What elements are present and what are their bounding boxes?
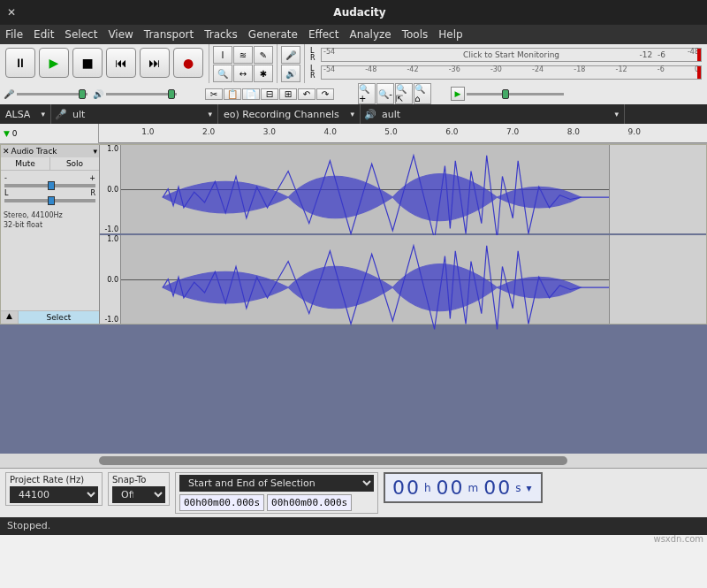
envelope-tool[interactable]: ≋ [233, 46, 253, 64]
selection-toolbar: Project Rate (Hz) 44100 Snap-To Off Star… [0, 468, 707, 517]
zoom-fit-button[interactable]: 🔍⌂ [414, 83, 431, 104]
titlebar: ✕ Audacity [0, 0, 707, 25]
rec-volume[interactable]: 🎤 [4, 89, 87, 99]
menubar: File Edit Select View Transport Tracks G… [0, 25, 707, 44]
close-icon[interactable]: ✕ [7, 6, 19, 19]
project-rate-label: Project Rate (Hz) [10, 475, 98, 485]
zoom-toolbar: 🔍+ 🔍- 🔍⇱ 🔍⌂ [358, 83, 431, 104]
menu-tracks[interactable]: Tracks [204, 28, 238, 41]
play-device-combo[interactable]: ault [376, 107, 624, 122]
redo-button[interactable]: ↷ [316, 88, 334, 100]
mic-icon: 🎤 [4, 89, 14, 99]
toolbar-area: ⏸ ▶ ■ ⏮ ⏭ ● I ≋ ✎ 🔍 ↔ ✱ 🎤 🔊 LR -54-48 [0, 44, 707, 144]
speaker-icon[interactable]: 🔊 [281, 65, 300, 82]
track-name[interactable]: Audio Track [11, 147, 57, 156]
track-close-icon[interactable]: ✕ [3, 147, 10, 156]
zoom-sel-button[interactable]: 🔍⇱ [395, 83, 413, 104]
edit-toolbar: ✂ 📋 📄 ⊟ ⊞ ↶ ↷ [205, 88, 353, 100]
meter-icons: 🎤 🔊 [277, 44, 305, 83]
track-control-panel: ✕ Audio Track ▾ Mute Solo -+ LR Stereo, … [1, 145, 100, 324]
menu-file[interactable]: File [5, 28, 23, 41]
menu-help[interactable]: Help [438, 28, 462, 41]
status-bar: Stopped. [0, 517, 707, 535]
selection-start-time[interactable]: 00h00m00.000s [179, 494, 264, 511]
undo-button[interactable]: ↶ [298, 88, 315, 100]
menu-view[interactable]: View [108, 28, 133, 41]
audio-position[interactable]: 00h 00m 00s ▾ [384, 472, 543, 503]
track-info: Stereo, 44100Hz 32-bit float [1, 208, 99, 233]
draw-tool[interactable]: ✎ [254, 46, 273, 64]
channel-left[interactable]: 1.0 0.0 -1.0 [100, 145, 706, 235]
stop-button[interactable]: ■ [72, 48, 103, 78]
play-speed-button[interactable]: ▶ [451, 87, 465, 101]
channel-right[interactable]: 1.0 0.0 -1.0 [100, 235, 706, 324]
playback-meter[interactable]: -54-48-42-36-30-24-18-12-60 [321, 65, 702, 80]
audio-track[interactable]: ✕ Audio Track ▾ Mute Solo -+ LR Stereo, … [0, 144, 707, 325]
selection-end-time[interactable]: 00h00m00.000s [267, 494, 352, 511]
menu-effect[interactable]: Effect [308, 28, 339, 41]
track-select-button[interactable]: Select [19, 311, 99, 324]
menu-generate[interactable]: Generate [248, 28, 298, 41]
window-title: Audacity [19, 6, 700, 19]
snap-to-label: Snap-To [112, 475, 165, 485]
copy-button[interactable]: 📋 [224, 88, 241, 100]
menu-select[interactable]: Select [65, 28, 97, 41]
mute-button[interactable]: Mute [1, 157, 50, 170]
cut-button[interactable]: ✂ [205, 88, 223, 100]
trim-button[interactable]: ⊟ [261, 88, 278, 100]
menu-analyze[interactable]: Analyze [349, 28, 391, 41]
record-button[interactable]: ● [173, 48, 203, 78]
timeline[interactable]: ▼ 0 1.0 2.0 3.0 4.0 5.0 6.0 7.0 8.0 9.0 [0, 124, 707, 143]
watermark: wsxdn.com [653, 534, 703, 544]
silence-button[interactable]: ⊞ [279, 88, 297, 100]
pause-button[interactable]: ⏸ [5, 48, 35, 78]
zoom-tool[interactable]: 🔍 [213, 65, 232, 82]
play-at-speed: ▶ [451, 87, 564, 101]
zoom-out-button[interactable]: 🔍- [376, 83, 394, 104]
menu-tools[interactable]: Tools [402, 28, 429, 41]
skip-end-button[interactable]: ⏭ [140, 48, 170, 78]
play-button[interactable]: ▶ [39, 48, 69, 78]
transport-toolbar: ⏸ ▶ ■ ⏮ ⏭ ● [0, 44, 209, 83]
tools-toolbar: I ≋ ✎ 🔍 ↔ ✱ [209, 44, 277, 83]
meters: LR -54-48 Click to Start Monitoring -12 … [305, 44, 707, 83]
recording-meter[interactable]: -54-48 Click to Start Monitoring -12 -6 [321, 48, 702, 62]
skip-start-button[interactable]: ⏮ [106, 48, 136, 78]
multi-tool[interactable]: ✱ [254, 65, 273, 82]
rec-channels-combo[interactable]: eo) Recording Channels [218, 107, 360, 122]
speaker-icon: 🔊 [93, 89, 103, 99]
timeshift-tool[interactable]: ↔ [233, 65, 253, 82]
mic-icon[interactable]: 🎤 [281, 46, 300, 64]
track-menu-icon[interactable]: ▾ [93, 147, 97, 156]
workspace: ✕ Audio Track ▾ Mute Solo -+ LR Stereo, … [0, 144, 707, 468]
audio-host-combo[interactable]: ALSA [0, 107, 50, 122]
zoom-in-button[interactable]: 🔍+ [358, 83, 376, 104]
selection-tool[interactable]: I [213, 46, 232, 64]
pan-slider[interactable] [4, 199, 95, 202]
project-rate-combo[interactable]: 44100 [10, 486, 98, 503]
clip-indicator [697, 49, 701, 61]
menu-edit[interactable]: Edit [34, 28, 54, 41]
gain-slider[interactable] [4, 184, 95, 187]
rec-device-combo[interactable]: ult [67, 107, 217, 122]
menu-transport[interactable]: Transport [144, 28, 194, 41]
horizontal-scrollbar[interactable] [0, 454, 707, 468]
device-toolbar: ALSA 🎤 ult eo) Recording Channels 🔊 ault [0, 104, 707, 124]
paste-button[interactable]: 📄 [242, 88, 260, 100]
collapse-icon[interactable]: ▲ [1, 311, 19, 324]
clip-indicator [697, 66, 701, 79]
play-lr-label: LR [310, 65, 317, 80]
rec-lr-label: LR [310, 48, 317, 62]
solo-button[interactable]: Solo [50, 157, 99, 170]
snap-to-combo[interactable]: Off [112, 486, 165, 503]
play-volume[interactable]: 🔊 [93, 89, 177, 99]
selection-mode-combo[interactable]: Start and End of Selection [179, 475, 374, 492]
